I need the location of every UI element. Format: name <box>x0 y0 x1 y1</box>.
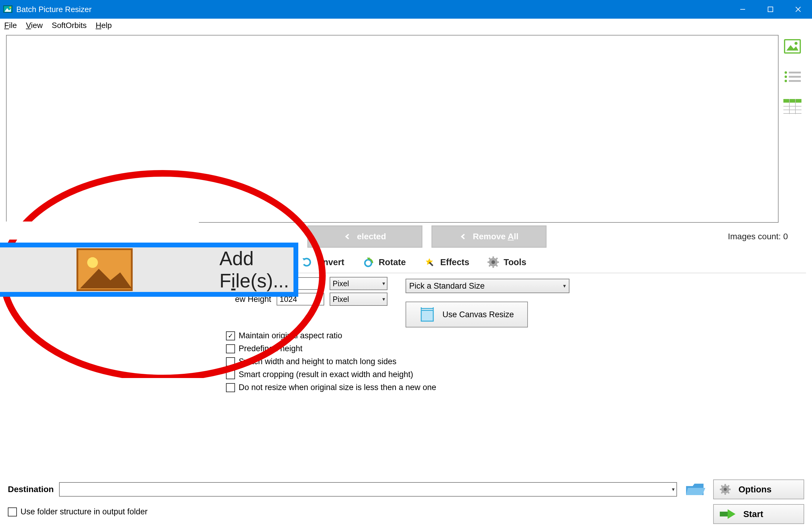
svg-rect-17 <box>783 99 801 103</box>
options-label: Options <box>739 485 772 495</box>
chevron-down-icon: ▾ <box>563 283 566 289</box>
content: elected Remove All Images count: 0 onver… <box>0 32 812 392</box>
destination-input[interactable]: ▾ <box>59 482 677 497</box>
start-button[interactable]: Start <box>713 504 804 524</box>
svg-line-37 <box>489 265 491 266</box>
svg-rect-58 <box>720 512 728 516</box>
width-unit-select[interactable]: Pixel ▾ <box>330 277 388 290</box>
svg-point-15 <box>785 80 787 82</box>
chk-no-resize-smaller-label: Do not resize when original size is less… <box>238 383 436 392</box>
resize-panel: Pixel ▾ ew Height Pixel ▾ Pick a Standar… <box>6 273 806 392</box>
svg-line-54 <box>721 485 723 487</box>
tab-effects[interactable]: Effects <box>418 252 476 272</box>
chevron-down-icon: ▾ <box>382 280 385 287</box>
tab-rotate[interactable]: Rotate <box>357 252 412 272</box>
chk-no-resize-smaller[interactable]: Do not resize when original size is less… <box>226 383 806 392</box>
chk-predefined-height[interactable]: Predefined height <box>226 344 806 353</box>
svg-line-36 <box>496 258 497 260</box>
menu-view[interactable]: View <box>26 21 43 30</box>
svg-point-29 <box>491 260 495 264</box>
checkbox-empty-icon <box>226 344 235 353</box>
svg-rect-38 <box>421 310 433 321</box>
chk-smart-cropping-label: Smart cropping (result in exact width an… <box>238 370 413 379</box>
chevron-down-icon: ▾ <box>672 486 675 493</box>
chk-aspect-ratio-label: Maintain original aspect ratio <box>238 331 342 341</box>
rotate-icon <box>362 256 374 268</box>
folder-open-icon <box>685 482 705 497</box>
chevron-down-icon: ▾ <box>382 296 385 302</box>
tools-icon <box>488 256 499 268</box>
options-button[interactable]: Options <box>713 479 804 499</box>
chk-predefined-height-label: Predefined height <box>238 344 303 353</box>
menu-file[interactable]: File <box>4 21 17 30</box>
chk-aspect-ratio[interactable]: ✓ Maintain original aspect ratio <box>226 331 806 341</box>
play-arrow-icon <box>719 508 736 520</box>
svg-point-13 <box>785 76 787 78</box>
svg-rect-12 <box>789 72 801 73</box>
new-width-input[interactable] <box>277 277 324 290</box>
svg-rect-14 <box>789 76 801 78</box>
remove-all-button: Remove All <box>432 225 547 248</box>
chk-use-folder-structure-label: Use folder structure in output folder <box>20 507 148 516</box>
close-button[interactable] <box>784 0 812 19</box>
use-canvas-resize-label: Use Canvas Resize <box>442 310 514 319</box>
checkbox-empty-icon <box>8 508 17 516</box>
chk-smart-cropping[interactable]: Smart cropping (result in exact width an… <box>226 370 806 379</box>
maximize-button[interactable] <box>757 0 784 19</box>
window-title: Batch Picture Resizer <box>16 5 91 14</box>
tab-effects-label: Effects <box>440 257 469 267</box>
details-view-icon[interactable] <box>782 96 803 117</box>
svg-line-56 <box>728 485 729 487</box>
images-count-label: Images count: 0 <box>728 232 788 241</box>
checkbox-empty-icon <box>226 383 235 392</box>
minimize-button[interactable] <box>729 0 757 19</box>
tabs: onvert Rotate Effects Tools <box>6 252 806 273</box>
menubar: File View SoftOrbits Help <box>0 19 812 32</box>
svg-point-24 <box>365 260 372 266</box>
tab-convert[interactable]: onvert <box>295 252 350 272</box>
svg-line-57 <box>721 492 723 493</box>
remove-selected-label: elected <box>357 232 386 241</box>
svg-line-35 <box>496 265 497 266</box>
canvas-resize-icon <box>419 307 435 322</box>
checkbox-checked-icon: ✓ <box>226 331 235 341</box>
chk-switch-wh-label: Switch width and height to match long si… <box>238 357 396 366</box>
svg-marker-59 <box>728 509 736 519</box>
titlebar: Batch Picture Resizer <box>0 0 812 19</box>
chk-switch-wh[interactable]: Switch width and height to match long si… <box>226 357 806 366</box>
browse-folder-button[interactable] <box>682 481 708 498</box>
menu-help[interactable]: Help <box>96 21 112 30</box>
tab-tools[interactable]: Tools <box>481 252 532 272</box>
menu-softorbits[interactable]: SoftOrbits <box>52 21 87 30</box>
tab-tools-label: Tools <box>504 257 526 267</box>
gear-icon <box>719 483 731 495</box>
thumbnail-view-icon[interactable] <box>782 36 803 57</box>
use-canvas-resize-button[interactable]: Use Canvas Resize <box>406 302 528 328</box>
bottom-bar: Destination ▾ Options Use folder structu… <box>0 479 812 527</box>
remove-selected-button: elected <box>307 225 422 248</box>
width-unit-label: Pixel <box>333 279 349 288</box>
tab-rotate-label: Rotate <box>379 257 406 267</box>
checkbox-empty-icon <box>226 370 235 379</box>
height-unit-label: Pixel <box>333 295 349 304</box>
svg-point-2 <box>9 6 11 9</box>
chk-use-folder-structure[interactable]: Use folder structure in output folder <box>8 507 148 516</box>
new-height-input[interactable] <box>277 293 324 305</box>
action-row: elected Remove All Images count: 0 <box>6 225 806 249</box>
start-label: Start <box>743 509 763 519</box>
view-toggle-toolbar <box>782 35 805 223</box>
svg-marker-47 <box>686 488 705 495</box>
image-list-area[interactable] <box>6 35 779 223</box>
svg-point-49 <box>724 488 727 491</box>
destination-label: Destination <box>8 485 54 494</box>
effects-icon <box>424 256 435 268</box>
svg-line-55 <box>728 492 729 493</box>
svg-point-11 <box>785 71 787 74</box>
remove-all-label: Remove All <box>473 232 518 241</box>
list-view-icon[interactable] <box>782 66 803 87</box>
new-height-label: ew Height <box>217 295 271 304</box>
height-unit-select[interactable]: Pixel ▾ <box>330 292 388 306</box>
standard-size-select[interactable]: Pick a Standard Size ▾ <box>406 279 569 293</box>
convert-icon <box>301 256 313 268</box>
window-controls <box>729 0 812 19</box>
